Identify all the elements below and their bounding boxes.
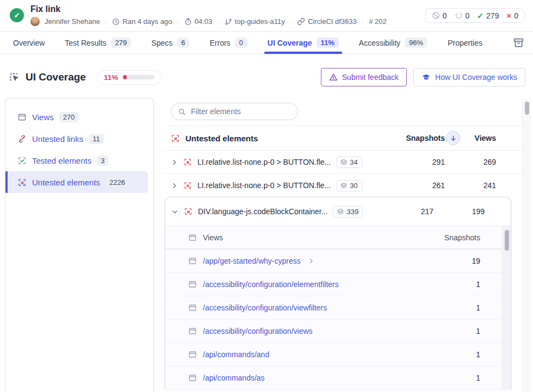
- element-selector: LI.relative.list-none.p-0 > BUTTON.fle..…: [197, 181, 331, 190]
- element-row[interactable]: LI.relative.list-none.p-0 > BUTTON.fle..…: [163, 150, 522, 173]
- view-path-link[interactable]: /accessibility/configuration/elementfilt…: [203, 280, 339, 289]
- filter-elements-field[interactable]: [171, 103, 298, 120]
- view-row[interactable]: /accessibility/configuration/viewfilters…: [165, 296, 511, 319]
- column-header-views[interactable]: Views: [461, 134, 496, 142]
- element-count-badge: 30: [336, 180, 362, 191]
- snapshots-value: 217: [385, 207, 433, 216]
- view-path-link[interactable]: /app/get-started/why-cypress: [203, 257, 301, 265]
- run-header: ✓ Fix link Jennifer Shehane · Ran 4 days…: [0, 0, 533, 32]
- pending-icon: [455, 11, 463, 20]
- separator: ·: [362, 17, 364, 26]
- browser-icon: [188, 350, 197, 359]
- view-path-link[interactable]: /accessibility/configuration/views: [203, 327, 313, 335]
- snapshots-value: 1: [448, 374, 480, 382]
- tab-errors[interactable]: Errors0: [209, 32, 247, 54]
- browser-icon: [188, 280, 197, 289]
- skipped-icon: [432, 11, 440, 20]
- run-ci-provider[interactable]: CircleCI df3633: [297, 17, 357, 26]
- tab-badge: 0: [235, 38, 247, 48]
- table-header: Untested elements Snapshots Views: [163, 126, 522, 150]
- run-branch[interactable]: top-guides-a11y: [225, 17, 285, 26]
- clock-icon: [112, 18, 120, 26]
- view-path-link[interactable]: /accessibility/configuration/viewfilters: [203, 303, 327, 312]
- tab-ui-coverage[interactable]: UI Coverage11%: [268, 32, 339, 54]
- chevron-right-icon[interactable]: [171, 182, 178, 189]
- tab-badge: 6: [177, 38, 189, 48]
- ui-coverage-content: Views 270 Untested links 11 Tested eleme…: [0, 98, 533, 392]
- count-badge: 3: [97, 155, 108, 166]
- sidebar-item-untested-elements[interactable]: Untested elements 2226: [5, 171, 148, 193]
- filter-elements-input[interactable]: [191, 107, 291, 116]
- browser-icon: [188, 327, 197, 335]
- ui-coverage-icon: [9, 72, 20, 83]
- tab-badge: 96%: [405, 38, 427, 48]
- view-row[interactable]: /api/commands/and 1: [165, 343, 511, 366]
- tab-accessibility[interactable]: Accessibility96%: [359, 32, 427, 54]
- chevron-down-icon[interactable]: [171, 208, 178, 215]
- run-passed-icon: ✓: [10, 8, 24, 22]
- untested-element-icon: [184, 207, 193, 216]
- snapshots-value: 1: [448, 280, 480, 289]
- git-branch-icon: [225, 18, 232, 26]
- sidebar-item-views[interactable]: Views 270: [5, 106, 148, 128]
- tab-test-results[interactable]: Test Results279: [65, 32, 131, 54]
- coverage-score-badge: 11%: [97, 70, 162, 85]
- untested-element-icon: [183, 181, 192, 190]
- run-result-counts: 0 0 ✓ 279 × 0: [425, 8, 525, 23]
- views-value: 241: [461, 181, 496, 190]
- view-path-link[interactable]: /api/commands/as: [203, 374, 265, 382]
- expanded-element-card: DIV.language-js.codeBlockContainer... 33…: [165, 197, 511, 389]
- coverage-progress-bar: [123, 75, 154, 79]
- page-header: UI Coverage 11% Submit feedback How UI C…: [0, 54, 533, 98]
- views-value: 269: [461, 158, 496, 166]
- tab-overview[interactable]: Overview: [13, 32, 45, 54]
- how-ui-coverage-works-button[interactable]: How UI Coverage works: [413, 68, 525, 86]
- view-row[interactable]: /api/commands/as 1: [165, 366, 511, 389]
- coverage-percent: 11%: [104, 73, 118, 82]
- avatar: [30, 17, 40, 26]
- page-title: UI Coverage: [26, 71, 86, 83]
- sidebar-item-untested-links[interactable]: Untested links 11: [5, 128, 148, 150]
- broken-link-icon: [17, 134, 27, 144]
- search-icon: [178, 108, 186, 116]
- count-badge: 11: [89, 134, 104, 144]
- run-build-number: # 202: [369, 17, 387, 26]
- vertical-scrollbar[interactable]: [522, 99, 531, 392]
- tab-specs[interactable]: Specs6: [151, 32, 189, 54]
- separator: ·: [290, 17, 292, 26]
- stopwatch-icon: [184, 18, 192, 26]
- views-sub-table: Views Snapshots /app/get-started/why-cyp…: [165, 226, 511, 389]
- chevron-right-icon[interactable]: [171, 159, 178, 166]
- browser-icon: [188, 303, 197, 312]
- run-duration: 04:03: [184, 17, 213, 26]
- tab-properties[interactable]: Properties: [448, 32, 482, 54]
- submit-feedback-button[interactable]: Submit feedback: [321, 68, 407, 86]
- graduation-cap-icon: [422, 73, 431, 82]
- sort-descending-button[interactable]: [446, 131, 460, 145]
- snapshots-value: 19: [448, 257, 480, 265]
- browser-icon: [17, 113, 27, 122]
- untested-element-icon: [171, 134, 180, 143]
- scrollbar-thumb[interactable]: [525, 102, 529, 115]
- view-row[interactable]: /accessibility/configuration/elementfilt…: [165, 272, 511, 296]
- separator: ·: [177, 17, 179, 26]
- tab-badge: 279: [111, 38, 132, 48]
- element-row[interactable]: LI.relative.list-none.p-0 > BUTTON.fle..…: [163, 173, 522, 197]
- scrollbar-thumb[interactable]: [505, 230, 509, 251]
- separator: ·: [217, 17, 219, 26]
- sidebar-item-tested-elements[interactable]: Tested elements 3: [5, 150, 148, 171]
- view-path-link[interactable]: /api/commands/and: [203, 350, 269, 359]
- element-count-badge: 34: [336, 157, 362, 168]
- column-header-snapshots[interactable]: Snapshots: [396, 134, 445, 142]
- untested-elements-panel: Untested elements Snapshots Views LI.rel…: [163, 98, 533, 392]
- element-row-expanded[interactable]: DIV.language-js.codeBlockContainer... 33…: [165, 197, 511, 226]
- archive-run-button[interactable]: [513, 32, 524, 54]
- nested-scrollbar[interactable]: [502, 226, 511, 389]
- view-row[interactable]: /app/get-started/why-cypress 19: [165, 249, 511, 272]
- snapshots-value: 1: [448, 350, 480, 359]
- layers-icon: [337, 208, 344, 215]
- sub-table-header: Views Snapshots: [165, 226, 511, 249]
- element-selector: DIV.language-js.codeBlockContainer...: [198, 207, 327, 216]
- view-row[interactable]: /accessibility/configuration/views 1: [165, 319, 511, 343]
- element-selector: LI.relative.list-none.p-0 > BUTTON.fle..…: [197, 158, 331, 166]
